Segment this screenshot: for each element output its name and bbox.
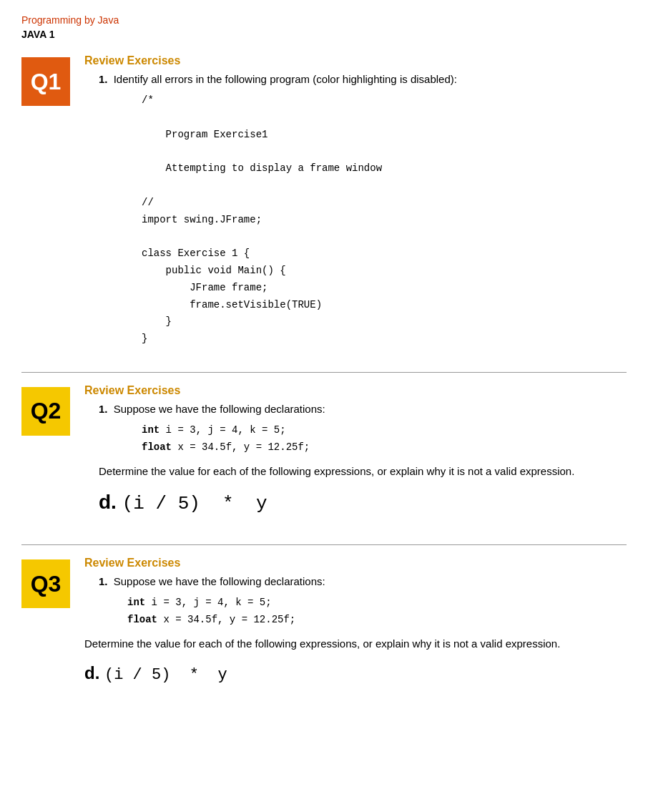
code-line-7: public void Main() { — [142, 263, 627, 280]
code-line-blank1 — [142, 109, 627, 127]
code-line-8: JFrame frame; — [142, 280, 627, 297]
q3-badge: Q3 — [21, 559, 70, 608]
q2-expression-code: (i / 5) * y — [122, 493, 267, 514]
q2-expression-answer: d. (i / 5) * y — [99, 491, 627, 514]
top-title: Programming by Java — [21, 14, 627, 26]
q2-question-text: 1. Suppose we have the following declara… — [99, 403, 627, 415]
q2-code-line1: int i = 3, j = 4, k = 5; — [142, 422, 627, 439]
q2-code-line2: float x = 34.5f, y = 12.25f; — [142, 439, 627, 456]
q3-review-title: Review Exercises — [84, 557, 627, 569]
q3-answer-label: d. — [84, 663, 99, 683]
code-line-2: Program Exercise1 — [142, 127, 627, 144]
code-line-blank3 — [142, 177, 627, 195]
q3-expression-code: (i / 5) * y — [104, 666, 227, 684]
code-line-9: frame.setVisible(TRUE) — [142, 297, 627, 314]
q2-badge: Q2 — [21, 387, 70, 436]
q2-determine-text: Determine the value for each of the foll… — [99, 464, 627, 480]
q2-content: Review Exercises 1. Suppose we have the … — [84, 384, 627, 537]
q2-code-block: int i = 3, j = 4, k = 5; float x = 34.5f… — [142, 422, 627, 456]
q1-badge: Q1 — [21, 57, 70, 106]
q2-number: 1. — [99, 403, 108, 415]
q3-code-line2: float x = 34.5f, y = 12.25f; — [127, 612, 627, 629]
q3-section: Q3 Review Exercises 1. Suppose we have t… — [21, 557, 627, 707]
q3-code-block: int i = 3, j = 4, k = 5; float x = 34.5f… — [127, 595, 627, 629]
q1-text: Identify all errors in the following pro… — [114, 73, 457, 85]
q1-content: Review Exercises 1. Identify all errors … — [84, 54, 627, 365]
code-line-blank4 — [142, 228, 627, 245]
code-line-blank2 — [142, 143, 627, 160]
q1-code-block: /* Program Exercise1 Attempting to displ… — [142, 92, 627, 348]
q3-number: 1. — [99, 575, 108, 587]
q3-code-line1: int i = 3, j = 4, k = 5; — [127, 595, 627, 612]
q1-question-text: 1. Identify all errors in the following … — [99, 73, 627, 85]
q3-determine-text: Determine the value for each of the foll… — [84, 636, 627, 652]
q2-section: Q2 Review Exercises 1. Suppose we have t… — [21, 384, 627, 537]
divider-1 — [21, 372, 627, 373]
code-line-4: // — [142, 195, 627, 212]
q2-answer-label: d. — [99, 491, 117, 513]
divider-2 — [21, 544, 627, 545]
code-line-3: Attempting to display a frame window — [142, 160, 627, 177]
q3-question-text: 1. Suppose we have the following declara… — [99, 575, 627, 587]
java-label: JAVA 1 — [21, 29, 627, 40]
q3-text: Suppose we have the following declaratio… — [114, 575, 325, 587]
code-line-11: } — [142, 331, 627, 348]
q2-block: Q2 Review Exercises 1. Suppose we have t… — [21, 384, 627, 537]
q2-text: Suppose we have the following declaratio… — [114, 403, 325, 415]
code-line-1: /* — [142, 92, 627, 109]
code-line-10: } — [142, 313, 627, 331]
q3-content: Review Exercises 1. Suppose we have the … — [84, 557, 627, 707]
code-line-6: class Exercise 1 { — [142, 245, 627, 263]
code-line-5: import swing.JFrame; — [142, 212, 627, 229]
q1-review-title: Review Exercises — [84, 54, 627, 67]
q3-expression-answer: d. (i / 5) * y — [84, 663, 627, 684]
q1-number: 1. — [99, 73, 108, 85]
q2-review-title: Review Exercises — [84, 384, 627, 397]
q1-block: Q1 Review Exercises 1. Identify all erro… — [21, 54, 627, 365]
q3-block: Q3 Review Exercises 1. Suppose we have t… — [21, 557, 627, 707]
